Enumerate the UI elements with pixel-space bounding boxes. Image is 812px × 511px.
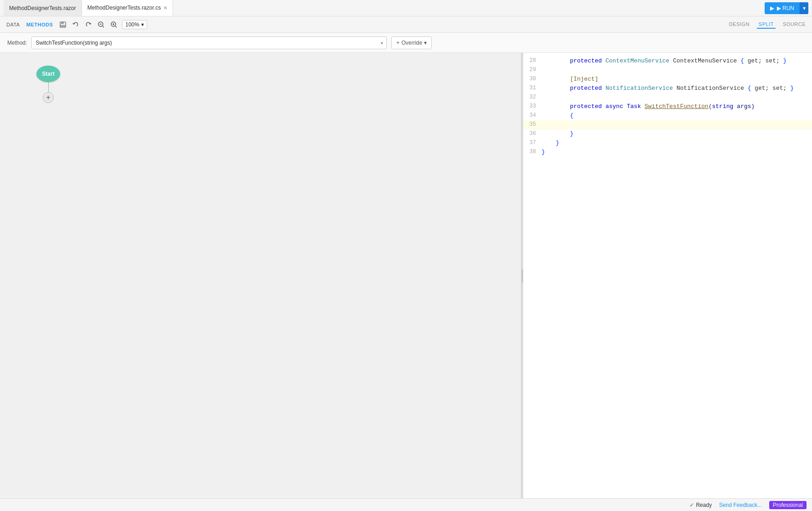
check-icon: ✓	[689, 502, 694, 508]
add-icon: +	[46, 94, 50, 101]
status-bar: ✓ Ready Send Feedback... Professional	[0, 498, 812, 511]
status-ready: ✓ Ready	[689, 502, 712, 508]
close-tab-icon[interactable]: ×	[163, 5, 167, 11]
save-icon-button[interactable]	[58, 20, 67, 29]
zoom-level: 100%	[125, 21, 139, 28]
tab-inactive[interactable]: MethodDesignerTests.razor	[4, 0, 82, 16]
designer-pane: Start +	[0, 53, 521, 498]
code-line-32: 32	[523, 93, 812, 102]
svg-rect-2	[61, 25, 65, 27]
undo-icon	[72, 21, 79, 28]
line-number-30: 30	[523, 75, 541, 83]
line-content-37: }	[541, 139, 812, 148]
line-content-34: {	[541, 111, 812, 120]
line-number-38: 38	[523, 148, 541, 156]
start-connector-line	[48, 82, 49, 92]
line-content-33: protected async Task SwitchTestFunction(…	[541, 102, 812, 111]
line-content-36: }	[541, 129, 812, 139]
toolbar-left: DATA METHODS	[5, 20, 147, 29]
tab-data[interactable]: DATA	[5, 21, 22, 28]
code-line-36: 36 }	[523, 129, 812, 139]
zoom-in-button[interactable]	[109, 20, 118, 29]
run-label: ▶ RUN	[777, 5, 794, 11]
line-content-35	[541, 120, 812, 129]
start-bubble: Start	[36, 66, 60, 82]
code-line-29: 29	[523, 66, 812, 75]
redo-icon	[85, 21, 92, 28]
override-plus-icon: +	[396, 40, 399, 46]
svg-line-9	[115, 26, 117, 27]
top-bar: MethodDesignerTests.razor MethodDesigner…	[0, 0, 812, 16]
tab-methods[interactable]: METHODS	[25, 21, 55, 28]
tab-source[interactable]: SOURCE	[781, 21, 807, 29]
code-line-37: 37 }	[523, 139, 812, 148]
run-button-group: ▶ ▶ RUN ▾	[765, 2, 808, 14]
line-content-30: [Inject]	[541, 75, 812, 84]
redo-button[interactable]	[84, 20, 93, 29]
toolbar-row: DATA METHODS	[0, 16, 812, 33]
line-number-32: 32	[523, 93, 541, 101]
view-tabs: DESIGN SPLIT SOURCE	[727, 21, 807, 29]
tab-active[interactable]: MethodDesignerTests.razor.cs ×	[82, 0, 174, 16]
method-label: Method:	[7, 40, 27, 46]
start-label: Start	[42, 71, 54, 77]
start-node: Start +	[36, 66, 60, 103]
save-icon	[59, 21, 66, 28]
code-line-28: 28 protected ContextMenuService ContextM…	[523, 57, 812, 66]
tab-active-label: MethodDesignerTests.razor.cs	[87, 5, 161, 11]
line-number-36: 36	[523, 129, 541, 138]
line-content-28: protected ContextMenuService ContextMenu…	[541, 57, 812, 66]
line-content-32	[541, 93, 812, 102]
method-select[interactable]: SwitchTestFunction(string args)	[31, 36, 387, 49]
zoom-in-icon	[110, 21, 117, 28]
line-content-31: protected NotificationService Notificati…	[541, 84, 812, 93]
line-number-34: 34	[523, 111, 541, 119]
zoom-dropdown[interactable]: 100% ▾	[122, 20, 147, 29]
code-editor[interactable]: 28 protected ContextMenuService ContextM…	[523, 53, 812, 498]
professional-badge: Professional	[769, 501, 807, 509]
source-pane: 28 protected ContextMenuService ContextM…	[523, 53, 812, 498]
tab-inactive-label: MethodDesignerTests.razor	[9, 5, 76, 11]
main-content: Start + 28 protected ContextMenuService …	[0, 53, 812, 498]
add-step-button[interactable]: +	[43, 92, 54, 103]
undo-button[interactable]	[71, 20, 80, 29]
zoom-out-icon	[97, 21, 105, 28]
tab-split[interactable]: SPLIT	[757, 21, 776, 29]
line-number-29: 29	[523, 66, 541, 74]
line-number-35: 35	[523, 120, 541, 129]
code-line-34: 34 {	[523, 111, 812, 120]
tab-list: MethodDesignerTests.razor MethodDesigner…	[4, 0, 173, 16]
override-label: Override	[401, 40, 422, 46]
method-select-wrapper: SwitchTestFunction(string args) ▾	[31, 36, 387, 49]
code-line-30: 30 [Inject]	[523, 75, 812, 84]
code-line-33: 33 protected async Task SwitchTestFuncti…	[523, 102, 812, 111]
zoom-out-button[interactable]	[97, 20, 106, 29]
line-content-29	[541, 66, 812, 75]
send-feedback-link[interactable]: Send Feedback...	[719, 502, 762, 508]
line-number-37: 37	[523, 139, 541, 147]
code-line-31: 31 protected NotificationService Notific…	[523, 84, 812, 93]
override-chevron-icon: ▾	[424, 40, 427, 46]
line-number-31: 31	[523, 84, 541, 92]
code-line-38: 38 }	[523, 148, 812, 157]
run-icon: ▶	[770, 5, 774, 11]
line-content-38: }	[541, 148, 812, 157]
code-line-35: 35	[523, 120, 812, 129]
svg-line-5	[102, 26, 104, 27]
zoom-chevron-icon: ▾	[141, 21, 144, 28]
tab-design[interactable]: DESIGN	[727, 21, 751, 29]
override-button[interactable]: + Override ▾	[391, 36, 432, 49]
toolbar-icons: 100% ▾	[58, 20, 147, 29]
nav-tabs: DATA METHODS	[5, 21, 55, 28]
run-button[interactable]: ▶ ▶ RUN	[765, 2, 800, 14]
chevron-down-icon: ▾	[803, 5, 806, 11]
run-dropdown-arrow[interactable]: ▾	[800, 2, 808, 14]
line-number-28: 28	[523, 57, 541, 65]
ready-label: Ready	[696, 502, 712, 508]
line-number-33: 33	[523, 102, 541, 110]
method-row: Method: SwitchTestFunction(string args) …	[0, 33, 812, 53]
svg-rect-1	[61, 22, 64, 24]
